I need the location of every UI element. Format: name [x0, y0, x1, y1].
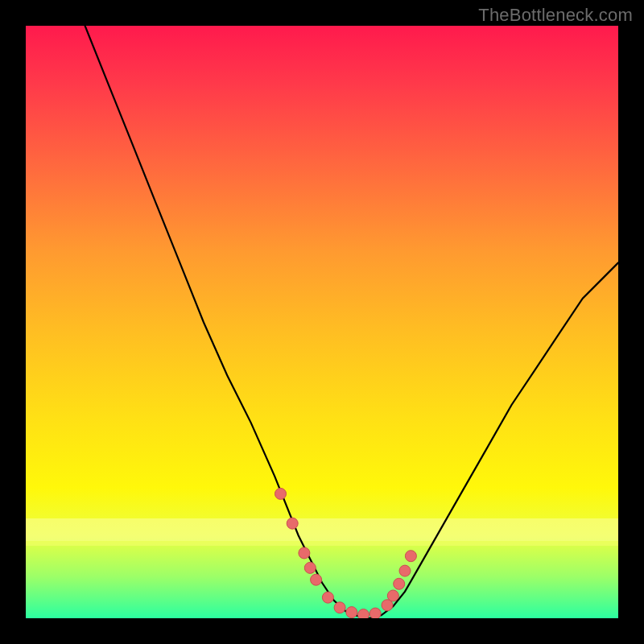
highlight-band-2 — [26, 541, 618, 546]
watermark-text: TheBottleneck.com — [478, 5, 633, 26]
plot-area — [26, 26, 618, 618]
chart-stage: TheBottleneck.com — [0, 0, 644, 644]
highlight-band-1 — [26, 518, 618, 541]
